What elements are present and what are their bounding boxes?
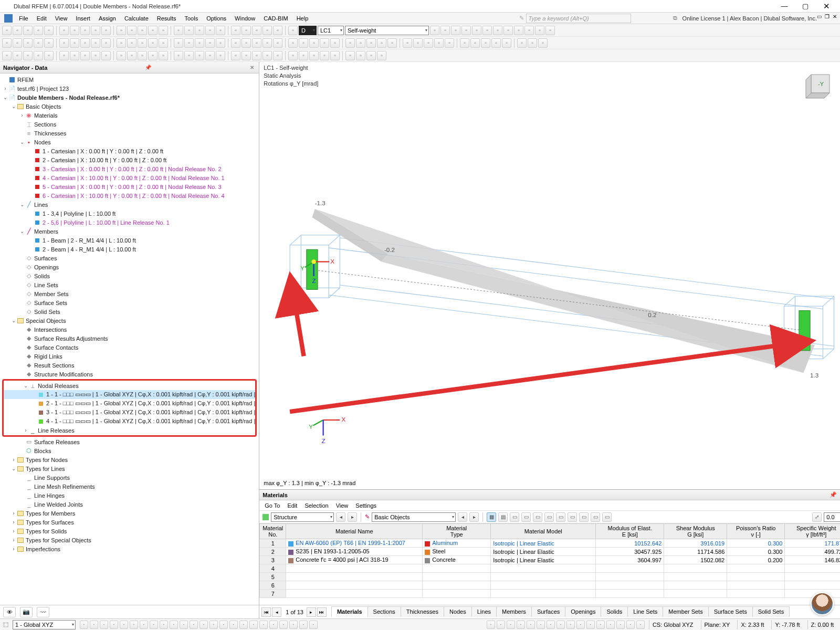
toolbar-button[interactable]: ▫ <box>503 26 513 35</box>
toolbar-button[interactable]: ▫ <box>309 51 319 60</box>
tree-row[interactable]: ◇Member Sets <box>0 289 259 298</box>
toolbar-button[interactable]: ▫ <box>127 26 136 35</box>
status-tool-button[interactable]: · <box>239 621 248 629</box>
mdi-restore-icon[interactable]: ❐ <box>825 14 830 19</box>
nodal-release-item[interactable]: 4 - 1 - □□□ ▭▭▭ | 1 - Global XYZ | Cφ,X … <box>4 417 255 426</box>
table-row[interactable]: 5 <box>260 573 840 581</box>
tree-row[interactable]: ⌄Types for Lines <box>0 464 259 473</box>
status-tool-button[interactable]: · <box>200 621 208 629</box>
filter1-button[interactable]: ▦ <box>487 512 496 522</box>
toolbar-button[interactable]: ▫ <box>138 26 147 35</box>
status-tool-button[interactable]: · <box>586 621 595 629</box>
status-tool-button[interactable]: · <box>209 621 218 629</box>
status-tool-button[interactable]: · <box>576 621 585 629</box>
tree-row[interactable]: ›⎯Line Releases <box>4 426 255 435</box>
panel-close-icon[interactable]: ✕ <box>248 65 256 70</box>
toolbar-button[interactable]: ▫ <box>299 38 308 48</box>
tree-row[interactable]: ⌄╱Lines <box>0 200 259 209</box>
tree-row[interactable]: ◇Solid Sets <box>0 307 259 316</box>
tree-nodes[interactable]: ⌄•Nodes <box>0 138 259 146</box>
mat-menu-edit[interactable]: Edit <box>287 502 297 509</box>
toolbar-button[interactable]: ▫ <box>148 38 158 48</box>
toolbar-button[interactable]: ▫ <box>366 51 376 60</box>
toolbar-button[interactable]: ▫ <box>117 51 126 60</box>
status-tool-button[interactable]: · <box>140 621 148 629</box>
status-tool-button[interactable]: · <box>537 621 545 629</box>
expand-button[interactable]: ⤢ <box>812 512 822 522</box>
toolbar-button[interactable]: ▫ <box>127 51 136 60</box>
toolbar-button[interactable]: ▫ <box>80 51 90 60</box>
status-tool-button[interactable]: · <box>626 621 635 629</box>
tree-row[interactable]: 2 - Cartesian | X : 10.00 ft | Y : 0.00 … <box>0 155 259 164</box>
status-tool-button[interactable]: · <box>170 621 178 629</box>
status-tool-button[interactable]: · <box>80 621 88 629</box>
status-tool-button[interactable]: · <box>269 621 278 629</box>
menu-insert[interactable]: Insert <box>71 15 94 22</box>
tree-row[interactable]: ▭Surface Releases <box>0 437 259 446</box>
tree-basic-objects[interactable]: ⌄Basic Objects <box>0 102 259 111</box>
status-tool-button[interactable]: · <box>150 621 158 629</box>
tree-row[interactable]: 2 - 5,6 | Polyline | L : 10.00 ft | Line… <box>0 218 259 227</box>
status-tool-button[interactable]: · <box>219 621 228 629</box>
toolbar-button[interactable]: ▫ <box>70 26 79 35</box>
tree-row[interactable]: ◇Surfaces <box>0 254 259 262</box>
next-obj-button[interactable]: ▸ <box>469 512 479 522</box>
toolbar-button[interactable]: ▫ <box>205 38 215 48</box>
tool-b-button[interactable]: ▭ <box>521 512 531 522</box>
status-tool-button[interactable]: · <box>90 621 98 629</box>
next-struct-button[interactable]: ▸ <box>348 512 357 522</box>
toolbar-button[interactable]: ▫ <box>493 26 502 35</box>
tree-nodal-releases[interactable]: ⌄⟂Nodal Releases <box>4 381 255 390</box>
tool-a-button[interactable]: ▭ <box>510 512 519 522</box>
toolbar-button[interactable]: ▫ <box>44 26 54 35</box>
toolbar-button[interactable]: ▫ <box>2 38 12 48</box>
status-tool-button[interactable]: · <box>547 621 555 629</box>
status-tool-button[interactable]: · <box>180 621 188 629</box>
tree-row[interactable]: ⌶Sections <box>0 120 259 129</box>
toolbar-button[interactable]: ▫ <box>262 38 272 48</box>
toolbar-button[interactable]: ▫ <box>434 38 444 48</box>
toolbar-button[interactable]: ▫ <box>273 26 282 35</box>
toolbar-button[interactable]: ▫ <box>174 38 183 48</box>
tree-row[interactable]: 1 - Beam | 2 - R_M1 4/4 | L : 10.00 ft <box>0 236 259 245</box>
toolbar-button[interactable]: ▫ <box>366 38 376 48</box>
zoom-combo[interactable]: 0.0 <box>824 512 840 522</box>
objects-combo[interactable]: Basic Objects <box>372 512 456 522</box>
toolbar-button[interactable]: ▫ <box>377 38 386 48</box>
toolbar-button[interactable]: ▫ <box>80 38 90 48</box>
toolbar-button[interactable]: ▫ <box>470 38 480 48</box>
toolbar-button[interactable]: ▫ <box>59 51 69 60</box>
toolbar-button[interactable]: ▫ <box>70 38 79 48</box>
cs-combo[interactable]: 1 - Global XYZ <box>13 620 76 629</box>
toolbar-button[interactable]: ▫ <box>514 26 523 35</box>
toolbar-button[interactable]: ▫ <box>184 26 194 35</box>
page-nav-button[interactable]: ⏭ <box>317 607 327 617</box>
toolbar-button[interactable]: ▫ <box>101 26 111 35</box>
toolbar-button[interactable]: ▫ <box>195 38 204 48</box>
tab-nodes[interactable]: Nodes <box>444 606 472 617</box>
tree-row[interactable]: ⎯Line Supports <box>0 473 259 482</box>
status-tool-button[interactable]: · <box>527 621 535 629</box>
toolbar-button[interactable]: ▫ <box>262 26 272 35</box>
toolbar-button[interactable]: ▫ <box>91 51 100 60</box>
tree-row[interactable]: ›Imperfections <box>0 544 259 553</box>
tab-sections[interactable]: Sections <box>368 606 401 617</box>
tool-h-button[interactable]: ▭ <box>591 512 600 522</box>
toolbar-button[interactable]: ▫ <box>288 38 298 48</box>
status-tool-button[interactable]: · <box>130 621 138 629</box>
status-tool-button[interactable]: · <box>229 621 238 629</box>
toolbar-button[interactable]: ▫ <box>330 38 340 48</box>
toolbar-button[interactable]: ▫ <box>205 26 215 35</box>
toolbar-button[interactable]: ▫ <box>174 51 183 60</box>
status-tool-button[interactable]: · <box>100 621 108 629</box>
toolbar-button[interactable]: ▫ <box>445 38 454 48</box>
toolbar-button[interactable]: ▫ <box>91 26 100 35</box>
toolbar-button[interactable]: ▫ <box>528 38 537 48</box>
toolbar-button[interactable]: ▫ <box>2 26 12 35</box>
tree-row[interactable]: ◆Surface Results Adjustments <box>0 334 259 343</box>
table-row[interactable]: 3Concrete f'c = 4000 psi | ACI 318-19Con… <box>260 556 840 564</box>
tree-row[interactable]: ⎯Line Welded Joints <box>0 500 259 509</box>
toolbar-button[interactable]: ▫ <box>148 26 158 35</box>
status-tool-button[interactable]: · <box>160 621 168 629</box>
status-tool-button[interactable]: · <box>279 621 288 629</box>
